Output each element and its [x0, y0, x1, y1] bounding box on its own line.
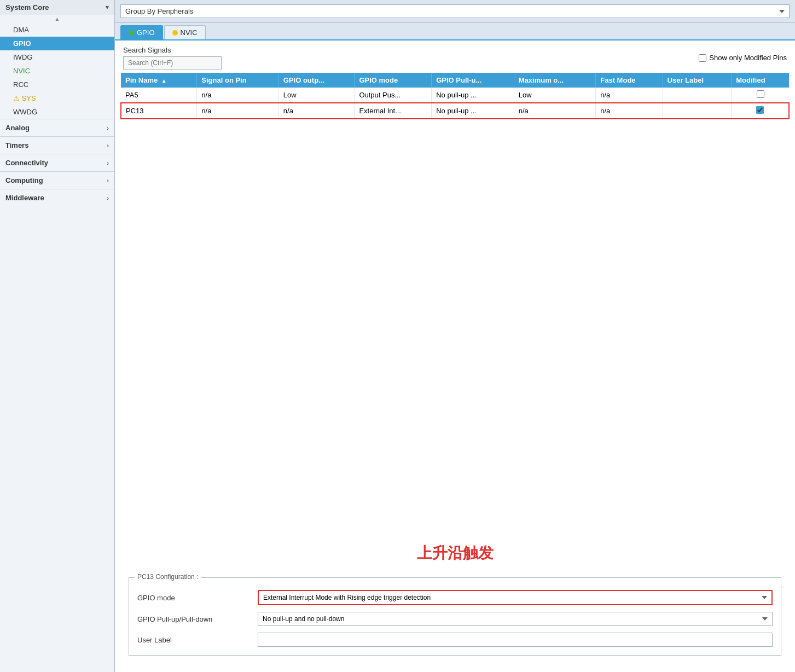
cell-output-pc13: n/a: [278, 103, 355, 119]
modified-cb-pc13[interactable]: [756, 106, 764, 114]
system-core-chevron: ▾: [106, 4, 109, 11]
analog-label: Analog: [5, 124, 30, 132]
gpio-tab-label: GPIO: [137, 28, 155, 37]
col-pin-name: Pin Name ▲: [121, 73, 197, 88]
cell-max-pc13: n/a: [514, 103, 596, 119]
table-row[interactable]: PA5 n/a Low Output Pus... No pull-up ...…: [121, 88, 789, 103]
group-by-select[interactable]: Group By Peripherals Group By IP: [120, 4, 790, 18]
table-header-row: Pin Name ▲ Signal on Pin GPIO outp... GP…: [121, 73, 789, 88]
sidebar-item-gpio[interactable]: GPIO: [0, 37, 114, 50]
config-gpio-pull-row: GPIO Pull-up/Pull-down No pull-up and no…: [137, 612, 773, 626]
user-label-input[interactable]: [258, 633, 773, 647]
config-gpio-mode-row: GPIO mode External Interrupt Mode with R…: [137, 590, 773, 605]
col-gpio-pull: GPIO Pull-u...: [432, 73, 514, 88]
col-gpio-mode: GPIO mode: [355, 73, 432, 88]
show-modified-checkbox[interactable]: [699, 54, 706, 62]
cell-output-pa5: Low: [278, 88, 355, 103]
cell-pin-pa5: PA5: [121, 88, 197, 103]
cell-signal-pc13: n/a: [197, 103, 278, 119]
gpio-table: Pin Name ▲ Signal on Pin GPIO outp... GP…: [120, 73, 790, 119]
cell-modified-pa5: [732, 88, 789, 103]
cell-label-pa5: [663, 88, 732, 103]
sidebar-category-analog[interactable]: Analog ›: [0, 119, 114, 136]
table-wrapper: Pin Name ▲ Signal on Pin GPIO outp... GP…: [115, 73, 795, 119]
sidebar-item-nvic[interactable]: NVIC: [0, 64, 114, 78]
sidebar-item-sys[interactable]: SYS: [0, 91, 114, 105]
search-label: Search Signals: [123, 46, 222, 54]
analog-arrow: ›: [107, 125, 109, 131]
scroll-up-indicator: ▲: [0, 15, 114, 23]
cell-pin-pc13: PC13: [121, 103, 197, 119]
gpio-mode-select[interactable]: External Interrupt Mode with Rising edge…: [258, 590, 773, 605]
connectivity-arrow: ›: [107, 160, 109, 166]
connectivity-label: Connectivity: [5, 159, 48, 167]
sidebar: System Core ▾ ▲ DMA GPIO IWDG NVIC RCC S…: [0, 0, 115, 672]
computing-arrow: ›: [107, 177, 109, 184]
nvic-tab-label: NVIC: [181, 28, 198, 37]
gpio-tab-dot: [129, 30, 134, 36]
chinese-annotation: 上升沿触发: [115, 537, 795, 569]
tab-gpio[interactable]: GPIO: [120, 25, 163, 39]
timers-label: Timers: [5, 141, 28, 149]
cell-modified-pc13: [732, 103, 789, 119]
main-scroll: Search Signals Show only Modified Pins P…: [115, 40, 795, 672]
cell-max-pa5: Low: [514, 88, 596, 103]
cell-fast-pa5: n/a: [596, 88, 663, 103]
main-content: Group By Peripherals Group By IP GPIO NV…: [115, 0, 795, 672]
cell-signal-pa5: n/a: [197, 88, 278, 103]
middleware-arrow: ›: [107, 195, 109, 201]
sidebar-category-computing[interactable]: Computing ›: [0, 171, 114, 189]
cell-fast-pc13: n/a: [596, 103, 663, 119]
sidebar-category-timers[interactable]: Timers ›: [0, 136, 114, 154]
table-row-selected[interactable]: PC13 n/a n/a External Int... No pull-up …: [121, 103, 789, 119]
timers-arrow: ›: [107, 142, 109, 149]
gpio-content: Search Signals Show only Modified Pins P…: [115, 40, 795, 672]
top-bar: Group By Peripherals Group By IP: [115, 0, 795, 23]
modified-cb-pa5[interactable]: [757, 90, 764, 98]
sort-icon: ▲: [161, 78, 167, 84]
sidebar-category-connectivity[interactable]: Connectivity ›: [0, 154, 114, 171]
show-modified-label: Show only Modified Pins: [709, 54, 787, 62]
content-spacer: [115, 119, 795, 537]
col-gpio-output: GPIO outp...: [278, 73, 355, 88]
system-core-header[interactable]: System Core ▾: [0, 0, 114, 15]
search-input[interactable]: [123, 56, 222, 69]
gpio-pull-label: GPIO Pull-up/Pull-down: [137, 615, 258, 623]
tabs-bar: GPIO NVIC: [115, 23, 795, 40]
nvic-tab-dot: [172, 30, 178, 36]
computing-label: Computing: [5, 176, 43, 184]
sidebar-item-iwdg[interactable]: IWDG: [0, 50, 114, 64]
gpio-pull-select[interactable]: No pull-up and no pull-down Pull-up Pull…: [258, 612, 773, 626]
config-user-label-row: User Label: [137, 633, 773, 647]
show-modified-row: Show only Modified Pins: [699, 54, 787, 62]
user-label-label: User Label: [137, 636, 258, 644]
sidebar-category-middleware[interactable]: Middleware ›: [0, 189, 114, 206]
cell-pull-pc13: No pull-up ...: [432, 103, 514, 119]
col-fast-mode: Fast Mode: [596, 73, 663, 88]
cell-mode-pc13: External Int...: [355, 103, 432, 119]
sidebar-item-rcc[interactable]: RCC: [0, 78, 114, 91]
sidebar-item-dma[interactable]: DMA: [0, 23, 114, 37]
config-wrapper: PC13 Configuration : GPIO mode External …: [115, 569, 795, 672]
search-area: Search Signals: [123, 46, 222, 69]
pc13-config-section: PC13 Configuration : GPIO mode External …: [129, 577, 781, 656]
cell-label-pc13: [663, 103, 732, 119]
cell-pull-pa5: No pull-up ...: [432, 88, 514, 103]
col-signal: Signal on Pin: [197, 73, 278, 88]
system-core-label: System Core: [5, 3, 49, 11]
cell-mode-pa5: Output Pus...: [355, 88, 432, 103]
col-modified: Modified: [732, 73, 789, 88]
middleware-label: Middleware: [5, 194, 44, 202]
gpio-mode-label: GPIO mode: [137, 594, 258, 602]
search-row: Search Signals Show only Modified Pins: [115, 40, 795, 73]
tab-nvic[interactable]: NVIC: [164, 25, 206, 39]
sidebar-item-wwdg[interactable]: WWDG: [0, 105, 114, 119]
config-legend: PC13 Configuration :: [135, 573, 201, 581]
col-user-label: User Label: [663, 73, 732, 88]
col-max-output: Maximum o...: [514, 73, 596, 88]
